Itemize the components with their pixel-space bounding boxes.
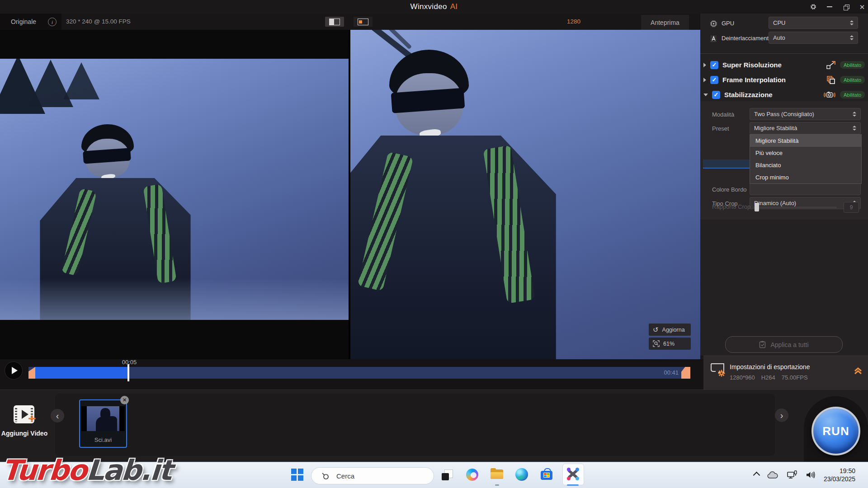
preset-option-bilanciato[interactable]: Bilanciato <box>750 159 861 171</box>
scroll-clips-left-button[interactable]: ‹ <box>51 409 64 422</box>
add-video-plus-icon: + <box>28 412 36 425</box>
run-button[interactable]: RUN <box>811 407 860 455</box>
stabilizzazione-checkbox[interactable]: ✓ <box>712 91 720 99</box>
feature-row-stabilizzazione: ✓ Stabilizzazione Abilitato <box>703 87 865 102</box>
preset-option-crop-minimo[interactable]: Crop minimo <box>750 171 861 183</box>
stabilization-camera-icon <box>823 90 836 99</box>
close-button[interactable]: ✕ <box>859 4 865 10</box>
scroll-clips-right-button[interactable]: › <box>775 408 788 422</box>
collapse-arrow-icon[interactable] <box>703 94 708 96</box>
preset-value: Migliore Stabilità <box>754 125 797 131</box>
frame-interpolation-checkbox[interactable]: ✓ <box>710 76 718 84</box>
network-icon[interactable] <box>787 470 797 479</box>
edge-button[interactable] <box>514 467 529 482</box>
playhead[interactable] <box>127 364 129 381</box>
processed-video-scene <box>350 30 700 359</box>
zoom-level-button[interactable]: 61% <box>649 338 691 350</box>
mode-select[interactable]: Two Pass (Consigliato) <box>750 108 861 120</box>
crop-ratio-slider-handle[interactable] <box>755 203 759 211</box>
copilot-button[interactable] <box>464 467 480 482</box>
layout-pip-button[interactable] <box>354 17 373 27</box>
total-time-label: 00:41 <box>664 369 679 376</box>
layout-split-button[interactable] <box>325 17 344 27</box>
timeline-track[interactable]: 00:05 00:41 <box>28 367 690 379</box>
restore-button[interactable] <box>843 4 849 10</box>
crop-ratio-slider[interactable] <box>753 206 837 208</box>
export-settings-block[interactable]: Impostazioni di esportazione 1280*960 H2… <box>703 356 868 391</box>
start-button[interactable] <box>289 467 305 482</box>
original-tab[interactable]: Originale i <box>0 14 61 30</box>
super-risoluzione-checkbox[interactable]: ✓ <box>710 61 718 69</box>
task-view-button[interactable] <box>439 467 455 482</box>
minimize-button[interactable] <box>826 4 833 10</box>
frame-interpolation-label: Frame Interpolation <box>722 76 786 84</box>
expand-arrow-icon[interactable] <box>703 78 706 82</box>
border-color-select[interactable] <box>750 183 861 195</box>
run-button-label: RUN <box>822 424 849 438</box>
stabilization-panel: Modalità Two Pass (Consigliato) Preset M… <box>700 101 868 220</box>
taskbar-clock[interactable]: 19:50 23/03/2025 <box>824 467 855 483</box>
winxvideo-active-indicator <box>567 484 579 486</box>
settings-gear-icon[interactable] <box>810 4 816 10</box>
processed-video-pane: ↺ Aggiorna 61% <box>350 30 700 359</box>
tab-anteprima[interactable]: Anteprima <box>641 15 689 30</box>
layout-split-icon <box>329 19 340 25</box>
run-button-housing: RUN <box>804 396 868 462</box>
remove-clip-button[interactable]: ✕ <box>120 396 129 404</box>
window-controls: ✕ <box>810 0 865 14</box>
deinterlace-icon <box>710 35 717 42</box>
file-explorer-icon <box>489 467 505 482</box>
pine-tree <box>28 60 73 107</box>
gpu-select[interactable]: CPU <box>769 17 858 29</box>
onedrive-cloud-icon[interactable] <box>767 471 778 479</box>
winxvideo-taskbar-button[interactable] <box>562 464 584 485</box>
original-tab-label: Originale <box>11 14 36 30</box>
current-time-label: 00:05 <box>117 359 142 366</box>
tab-anteprima-label: Anteprima <box>651 19 679 26</box>
windows-logo-icon <box>291 469 303 481</box>
refresh-icon: ↺ <box>653 326 659 334</box>
microsoft-store-button[interactable] <box>539 467 554 482</box>
crop-type-value: Dinamico (Auto) <box>754 200 796 206</box>
edge-icon <box>515 468 528 481</box>
app-title-accent: AI <box>450 2 458 11</box>
magnifier-icon <box>653 340 660 347</box>
feature-row-frame-interpolation: ✓ Frame Interpolation Abilitato <box>703 72 865 87</box>
original-video-frame <box>0 59 349 320</box>
pine-tree <box>63 62 99 99</box>
clip-thumbnail-sci-avi[interactable]: Sci.avi <box>79 399 127 448</box>
trim-end-handle[interactable] <box>681 367 690 379</box>
crop-ratio-value-box[interactable]: 9 <box>844 202 859 213</box>
copilot-icon <box>466 469 478 481</box>
preset-dropdown-list: Migliore Stabilità Più veloce Bilanciato… <box>750 134 862 184</box>
original-video-pane <box>0 30 349 359</box>
deinterlace-select[interactable]: Auto <box>769 32 858 44</box>
volume-icon[interactable] <box>806 471 816 479</box>
collapse-panel-icon[interactable] <box>854 367 863 375</box>
preset-option-piu-veloce[interactable]: Più veloce <box>750 147 861 159</box>
deinterlace-value: Auto <box>773 34 785 41</box>
info-icon[interactable]: i <box>48 18 57 26</box>
gpu-chip-icon <box>710 20 717 28</box>
preset-select[interactable]: Migliore Stabilità <box>750 122 861 134</box>
preset-label: Preset <box>712 125 729 132</box>
add-video-label[interactable]: Aggiungi Video <box>0 430 49 437</box>
snow-ground <box>0 278 349 320</box>
tray-overflow-chevron-icon[interactable] <box>753 471 760 479</box>
taskbar-search-box[interactable]: Cerca <box>311 467 434 484</box>
crop-ratio-value: 9 <box>850 204 853 211</box>
export-settings-detail: 1280*960 H264 75.00FPS <box>730 374 808 381</box>
expand-arrow-icon[interactable] <box>703 63 706 67</box>
refresh-preview-button[interactable]: ↺ Aggiorna <box>649 324 691 336</box>
play-button[interactable] <box>5 361 23 380</box>
intensity-slider-track[interactable] <box>703 160 753 168</box>
trim-start-handle[interactable] <box>28 367 35 379</box>
preview-header: Originale i 320 * 240 @ 15.00 FPS 1280 *… <box>0 14 700 30</box>
preset-option-migliore-stabilita[interactable]: Migliore Stabilità <box>750 135 861 147</box>
updown-chevron-icon <box>853 126 856 131</box>
file-explorer-button[interactable] <box>489 467 505 482</box>
apply-all-button[interactable]: Applica a tutti <box>725 336 843 353</box>
layout-pip-icon <box>358 19 368 25</box>
clock-date: 23/03/2025 <box>824 475 855 483</box>
search-placeholder: Cerca <box>336 472 354 480</box>
